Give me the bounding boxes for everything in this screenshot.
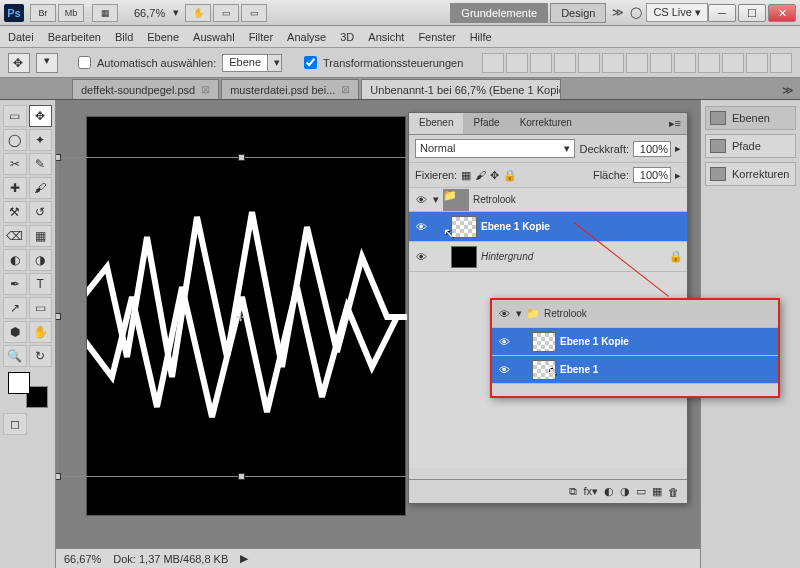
menu-ebene[interactable]: Ebene (147, 31, 179, 43)
align-icon[interactable] (506, 53, 528, 73)
adjustment-icon[interactable]: ◑ (620, 485, 630, 498)
arrange-button[interactable]: ▭ (213, 4, 239, 22)
menu-auswahl[interactable]: Auswahl (193, 31, 235, 43)
layer-row[interactable]: 👁 Hintergrund 🔒 (409, 242, 687, 272)
visibility-icon[interactable]: 👁 (413, 221, 429, 233)
menu-hilfe[interactable]: Hilfe (470, 31, 492, 43)
tool-history[interactable]: ↺ (29, 201, 53, 223)
tool-blur[interactable]: ◐ (3, 249, 27, 271)
close-icon[interactable]: ⊠ (341, 83, 350, 96)
opacity-arrow-icon[interactable]: ▸ (675, 142, 681, 155)
dock-korrekturen[interactable]: Korrekturen (705, 162, 796, 186)
workspace-more-icon[interactable]: ≫ (612, 6, 624, 19)
align-icon[interactable] (722, 53, 744, 73)
view-extras-button[interactable]: ▦ (92, 4, 118, 22)
status-arrow-icon[interactable]: ▶ (240, 552, 248, 565)
tool-eraser[interactable]: ⌫ (3, 225, 27, 247)
tool-stamp[interactable]: ⚒ (3, 201, 27, 223)
auto-select-checkbox[interactable] (78, 56, 91, 69)
align-icon[interactable] (554, 53, 576, 73)
align-icon[interactable] (650, 53, 672, 73)
br-button[interactable]: Br (30, 4, 56, 22)
tool-path[interactable]: ↗ (3, 297, 27, 319)
menu-datei[interactable]: Datei (8, 31, 34, 43)
doc-tab-0[interactable]: deffekt-soundpegel.psd⊠ (72, 79, 219, 99)
transform-handle[interactable] (238, 473, 245, 480)
align-icon[interactable] (530, 53, 552, 73)
panel-tab-korrekturen[interactable]: Korrekturen (510, 113, 582, 134)
transform-box[interactable]: ✢ (57, 157, 427, 477)
tool-pen[interactable]: ✒ (3, 273, 27, 295)
transform-handle[interactable] (56, 313, 61, 320)
tool-eyedrop[interactable]: ✎ (29, 153, 53, 175)
align-icon[interactable] (698, 53, 720, 73)
tool-type[interactable]: T (29, 273, 53, 295)
tool-gradient[interactable]: ▦ (29, 225, 53, 247)
menu-bild[interactable]: Bild (115, 31, 133, 43)
panel-menu-icon[interactable]: ▸≡ (663, 113, 687, 134)
transform-handle[interactable] (238, 154, 245, 161)
lock-position-icon[interactable]: ✥ (490, 169, 499, 182)
mask-icon[interactable]: ◐ (604, 485, 614, 498)
zoom-value[interactable]: 66,7% (126, 7, 173, 19)
close-button[interactable]: ✕ (768, 4, 796, 22)
menu-3d[interactable]: 3D (340, 31, 354, 43)
quickmask-button[interactable]: ◻ (3, 413, 27, 435)
align-icon[interactable] (746, 53, 768, 73)
lock-transparency-icon[interactable]: ▦ (461, 169, 471, 182)
menu-analyse[interactable]: Analyse (287, 31, 326, 43)
tool-brush[interactable]: 🖌 (29, 177, 53, 199)
transform-center-icon[interactable]: ✢ (236, 311, 245, 324)
minimize-button[interactable]: ─ (708, 4, 736, 22)
dock-pfade[interactable]: Pfade (705, 134, 796, 158)
align-icon[interactable] (674, 53, 696, 73)
tool-zoom[interactable]: 🔍 (3, 345, 27, 367)
hand-button[interactable]: ✋ (185, 4, 211, 22)
layer-row[interactable]: 👁 Ebene 1 Kopie (409, 212, 687, 242)
align-icon[interactable] (626, 53, 648, 73)
new-layer-icon[interactable]: ▦ (652, 485, 662, 498)
link-icon[interactable]: ⧉ (569, 485, 577, 498)
fx-icon[interactable]: fx▾ (583, 485, 598, 498)
tool-hand[interactable]: ✋ (29, 321, 53, 343)
mb-button[interactable]: Mb (58, 4, 84, 22)
blend-mode-combo[interactable]: Normal▾ (415, 139, 575, 158)
doc-tab-2[interactable]: Unbenannt-1 bei 66,7% (Ebene 1 Kopie, RG… (361, 79, 561, 99)
menu-bearbeiten[interactable]: Bearbeiten (48, 31, 101, 43)
tool-shape[interactable]: ▭ (29, 297, 53, 319)
delete-icon[interactable]: 🗑 (668, 486, 679, 498)
align-icon[interactable] (602, 53, 624, 73)
tool-preset-dropdown[interactable]: ▾ (36, 53, 58, 73)
tool-heal[interactable]: ✚ (3, 177, 27, 199)
dock-ebenen[interactable]: Ebenen (705, 106, 796, 130)
tab-overflow-icon[interactable]: ≫ (776, 82, 800, 99)
tool-marquee[interactable]: ▭ (3, 105, 27, 127)
doc-tab-1[interactable]: musterdatei.psd bei...⊠ (221, 79, 359, 99)
workspace-grundelemente[interactable]: Grundelemente (450, 3, 548, 23)
chevron-down-icon[interactable]: ▾ (433, 193, 439, 206)
transform-controls-checkbox[interactable] (304, 56, 317, 69)
transform-handle[interactable] (56, 473, 61, 480)
visibility-icon[interactable]: 👁 (413, 251, 429, 263)
tool-3d[interactable]: ⬢ (3, 321, 27, 343)
panel-tab-ebenen[interactable]: Ebenen (409, 113, 463, 134)
lock-all-icon[interactable]: 🔒 (503, 169, 517, 182)
status-doc[interactable]: Dok: 1,37 MB/468,8 KB (113, 553, 228, 565)
menu-filter[interactable]: Filter (249, 31, 273, 43)
tool-dodge[interactable]: ◑ (29, 249, 53, 271)
auto-select-combo[interactable]: Ebene▾ (222, 54, 282, 72)
menu-ansicht[interactable]: Ansicht (368, 31, 404, 43)
tool-wand[interactable]: ✦ (29, 129, 53, 151)
layer-thumbnail[interactable] (451, 246, 477, 268)
fill-input[interactable]: 100% (633, 167, 671, 183)
document-canvas[interactable]: ✢ (86, 116, 406, 516)
fill-arrow-icon[interactable]: ▸ (675, 169, 681, 182)
cslive-button[interactable]: CS Live ▾ (646, 3, 708, 22)
screen-mode-button[interactable]: ▭ (241, 4, 267, 22)
tool-move[interactable]: ✥ (29, 105, 53, 127)
tool-crop[interactable]: ✂ (3, 153, 27, 175)
opacity-input[interactable]: 100% (633, 141, 671, 157)
maximize-button[interactable]: ☐ (738, 4, 766, 22)
close-icon[interactable]: ⊠ (201, 83, 210, 96)
status-zoom[interactable]: 66,67% (64, 553, 101, 565)
